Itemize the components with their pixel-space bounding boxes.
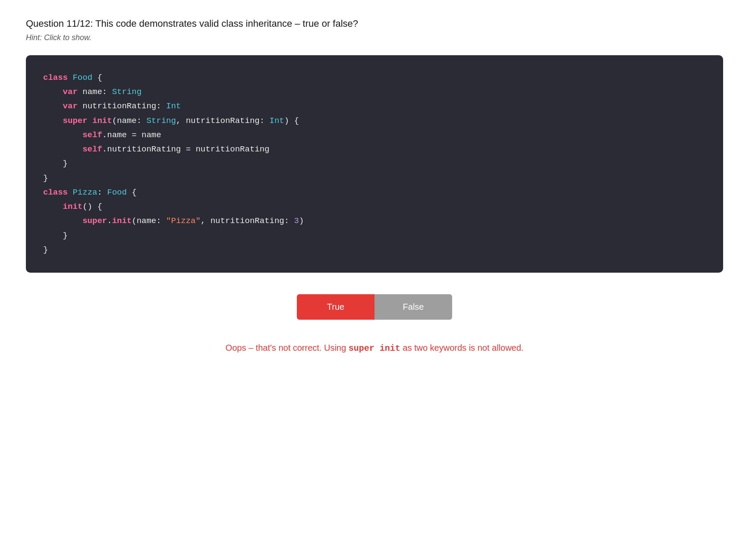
answer-buttons: True False — [26, 294, 723, 320]
code-line-7: } — [43, 157, 706, 171]
feedback-after: as two keywords is not allowed. — [400, 343, 524, 352]
code-line-1: class Food { — [43, 71, 706, 85]
hint-text[interactable]: Hint: Click to show. — [26, 33, 723, 42]
code-line-2: var name: String — [43, 85, 706, 99]
feedback-area: Oops – that's not correct. Using super i… — [26, 341, 723, 355]
code-line-6: self.nutritionRating = nutritionRating — [43, 142, 706, 157]
code-line-13: } — [43, 243, 706, 257]
code-line-9: class Pizza: Food { — [43, 186, 706, 200]
code-line-10: init() { — [43, 200, 706, 214]
false-button[interactable]: False — [374, 294, 452, 320]
code-line-12: } — [43, 229, 706, 243]
code-line-8: } — [43, 171, 706, 186]
code-line-5: self.name = name — [43, 128, 706, 142]
code-line-3: var nutritionRating: Int — [43, 99, 706, 113]
question-title: Question 11/12: This code demonstrates v… — [26, 17, 723, 31]
feedback-before: Oops – that's not correct. Using — [226, 343, 349, 352]
code-line-11: super.init(name: "Pizza", nutritionRatin… — [43, 214, 706, 228]
feedback-text: Oops – that's not correct. Using super i… — [226, 341, 524, 355]
feedback-keyword: super init — [349, 343, 400, 353]
true-button[interactable]: True — [297, 294, 374, 320]
code-line-4: super init(name: String, nutritionRating… — [43, 114, 706, 128]
code-block: class Food { var name: String var nutrit… — [26, 55, 723, 273]
